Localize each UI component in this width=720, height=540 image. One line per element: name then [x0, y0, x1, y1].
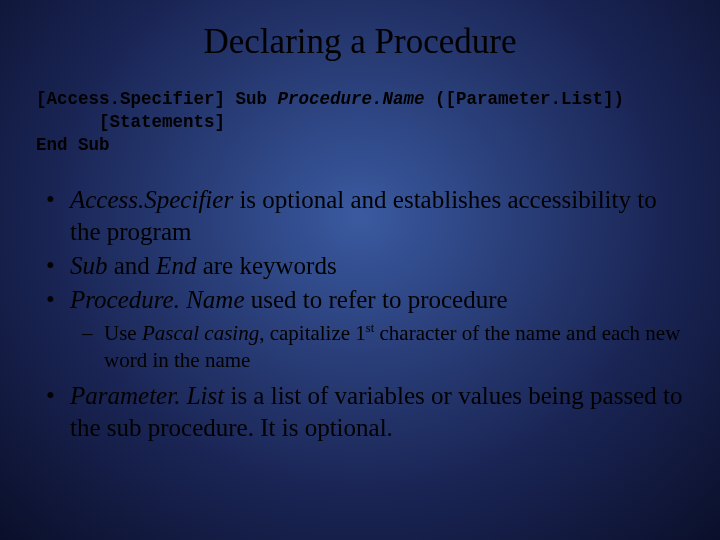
term: Procedure. Name: [70, 286, 245, 313]
term: Access.Specifier: [70, 186, 233, 213]
code-block: [Access.Specifier] Sub Procedure.Name ([…: [36, 88, 684, 156]
list-item: Access.Specifier is optional and establi…: [36, 184, 684, 248]
list-item: Procedure. Name used to refer to procedu…: [36, 284, 684, 374]
list-item: Use Pascal casing, capitalize 1st charac…: [70, 320, 684, 374]
text: are keywords: [196, 252, 336, 279]
code-l1b: Procedure.Name: [278, 89, 425, 109]
text: used to refer to procedure: [245, 286, 508, 313]
term: End: [156, 252, 196, 279]
text: and: [108, 252, 157, 279]
code-l3: End Sub: [36, 135, 110, 155]
term: Sub: [70, 252, 108, 279]
list-item: Sub and End are keywords: [36, 250, 684, 282]
term: Pascal casing: [142, 321, 259, 345]
bullet-list: Access.Specifier is optional and establi…: [36, 184, 684, 444]
superscript: st: [366, 321, 374, 335]
text: Use: [104, 321, 142, 345]
term: Parameter. List: [70, 382, 224, 409]
slide: Declaring a Procedure [Access.Specifier]…: [0, 0, 720, 540]
page-title: Declaring a Procedure: [36, 22, 684, 62]
code-l1c: ([Parameter.List]): [425, 89, 625, 109]
sub-list: Use Pascal casing, capitalize 1st charac…: [70, 320, 684, 374]
text: , capitalize 1: [259, 321, 366, 345]
code-l2: [Statements]: [36, 112, 225, 132]
list-item: Parameter. List is a list of variables o…: [36, 380, 684, 444]
code-l1a: [Access.Specifier] Sub: [36, 89, 278, 109]
